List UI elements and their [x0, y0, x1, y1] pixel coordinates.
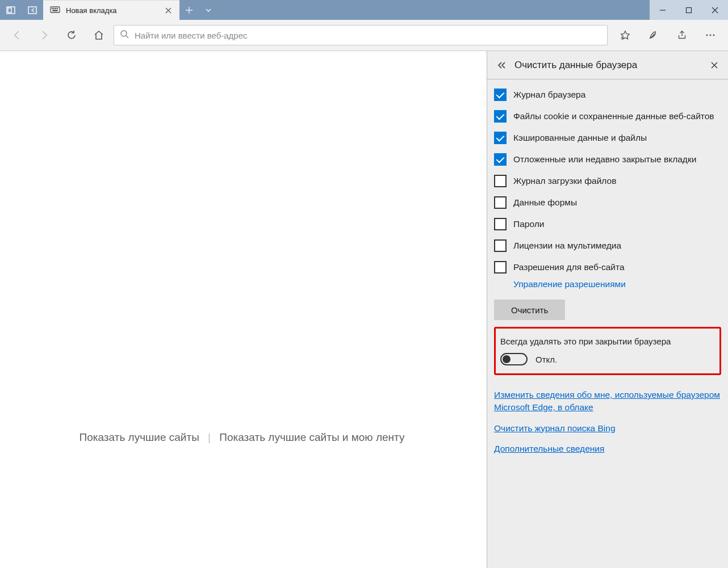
notes-button[interactable] — [639, 22, 668, 49]
tabs-aside-icon[interactable] — [0, 0, 22, 20]
toggle-state-label: Откл. — [535, 355, 557, 364]
svg-point-12 — [710, 35, 712, 36]
manage-permissions-row: Управление разрешениями — [513, 279, 721, 289]
set-aside-icon[interactable] — [22, 0, 43, 20]
home-button[interactable] — [85, 22, 112, 49]
newtab-options: Показать лучшие сайты | Показать лучшие … — [0, 431, 484, 444]
tab-menu-chevron-icon[interactable] — [199, 0, 218, 20]
search-icon — [120, 30, 129, 41]
checkbox[interactable] — [494, 239, 507, 252]
panel-bottom-links: Изменить сведения обо мне, используемые … — [494, 389, 721, 456]
checkbox-label: Кэшированные данные и файлы — [513, 132, 647, 144]
checkbox[interactable] — [494, 261, 507, 274]
check-row: Журнал браузера — [494, 89, 721, 101]
show-top-sites-feed-link[interactable]: Показать лучшие сайты и мою ленту — [219, 431, 404, 443]
check-row: Данные формы — [494, 196, 721, 209]
checkbox-label: Отложенные или недавно закрытые вкладки — [513, 153, 696, 166]
navbar — [0, 20, 728, 51]
checkbox[interactable] — [494, 110, 507, 123]
panel-body: Журнал браузераФайлы cookie и сохраненны… — [487, 79, 728, 470]
clear-bing-history-link[interactable]: Очистить журнал поиска Bing — [494, 422, 721, 435]
toggle-knob — [503, 355, 511, 363]
panel-close-icon[interactable] — [706, 57, 722, 73]
svg-point-10 — [121, 31, 127, 36]
clear-button[interactable]: Очистить — [494, 300, 565, 320]
address-bar[interactable] — [114, 25, 608, 45]
svg-rect-3 — [51, 7, 60, 12]
checkbox-label: Данные формы — [513, 196, 577, 209]
checkbox[interactable] — [494, 132, 507, 144]
new-tab-button[interactable] — [179, 0, 199, 20]
manage-permissions-link[interactable]: Управление разрешениями — [513, 279, 626, 289]
panel-back-icon[interactable] — [494, 61, 509, 69]
check-row: Кэшированные данные и файлы — [494, 132, 721, 144]
browser-tab[interactable]: Новая вкладка — [43, 0, 179, 20]
check-row: Лицензии на мультимедиа — [494, 239, 721, 252]
checkbox-label: Разрешения для веб-сайта — [513, 261, 625, 274]
refresh-button[interactable] — [58, 22, 85, 49]
checkbox[interactable] — [494, 153, 507, 166]
svg-point-13 — [713, 35, 715, 36]
svg-rect-8 — [53, 10, 57, 11]
address-input[interactable] — [135, 31, 601, 40]
svg-point-7 — [57, 8, 57, 9]
navbar-right — [611, 22, 725, 49]
check-row: Журнал загрузки файлов — [494, 175, 721, 187]
always-clear-highlight: Всегда удалять это при закрытии браузера… — [494, 327, 721, 375]
content-area: Показать лучшие сайты | Показать лучшие … — [0, 51, 728, 568]
checkbox-label: Пароли — [513, 218, 544, 230]
always-clear-label: Всегда удалять это при закрытии браузера — [500, 336, 714, 346]
check-row: Разрешения для веб-сайта — [494, 261, 721, 274]
close-window-button[interactable] — [702, 0, 728, 20]
checkbox-label: Журнал загрузки файлов — [513, 175, 616, 187]
svg-point-6 — [55, 8, 56, 9]
show-top-sites-link[interactable]: Показать лучшие сайты — [80, 431, 199, 443]
titlebar: Новая вкладка — [0, 0, 728, 20]
clear-data-panel: Очистить данные браузера Журнал браузера… — [487, 51, 728, 568]
check-row: Отложенные или недавно закрытые вкладки — [494, 153, 721, 166]
svg-point-4 — [52, 8, 52, 9]
check-row: Пароли — [494, 218, 721, 230]
minimize-button[interactable] — [650, 0, 676, 20]
check-row: Файлы cookie и сохраненные данные веб-са… — [494, 110, 721, 123]
always-clear-toggle-row: Откл. — [500, 353, 714, 365]
more-button[interactable] — [696, 22, 725, 49]
svg-rect-1 — [8, 8, 11, 12]
maximize-button[interactable] — [676, 0, 702, 20]
tab-label: Новая вкладка — [66, 6, 162, 15]
keyboard-icon — [50, 5, 60, 15]
checkbox[interactable] — [494, 196, 507, 209]
separator: | — [208, 431, 211, 443]
checkbox-label: Журнал браузера — [513, 89, 585, 101]
panel-header: Очистить данные браузера — [487, 51, 728, 79]
checkbox-label: Файлы cookie и сохраненные данные веб-са… — [513, 110, 714, 123]
svg-point-5 — [53, 8, 54, 9]
titlebar-left — [0, 0, 43, 20]
window-controls — [650, 0, 728, 20]
favorites-button[interactable] — [611, 22, 639, 49]
checkbox[interactable] — [494, 175, 507, 187]
always-clear-toggle[interactable] — [500, 353, 528, 365]
more-info-link[interactable]: Дополнительные сведения — [494, 443, 721, 455]
svg-rect-9 — [687, 7, 692, 12]
svg-point-11 — [706, 35, 708, 36]
checkbox[interactable] — [494, 218, 507, 230]
back-button[interactable] — [3, 22, 31, 49]
tab-close-icon[interactable] — [162, 5, 174, 16]
panel-title: Очистить данные браузера — [514, 60, 706, 71]
checkbox[interactable] — [494, 89, 507, 101]
share-button[interactable] — [668, 22, 696, 49]
change-cloud-info-link[interactable]: Изменить сведения обо мне, используемые … — [494, 389, 721, 414]
tab-strip — [179, 0, 650, 20]
forward-button[interactable] — [31, 22, 58, 49]
checkbox-label: Лицензии на мультимедиа — [513, 239, 621, 252]
